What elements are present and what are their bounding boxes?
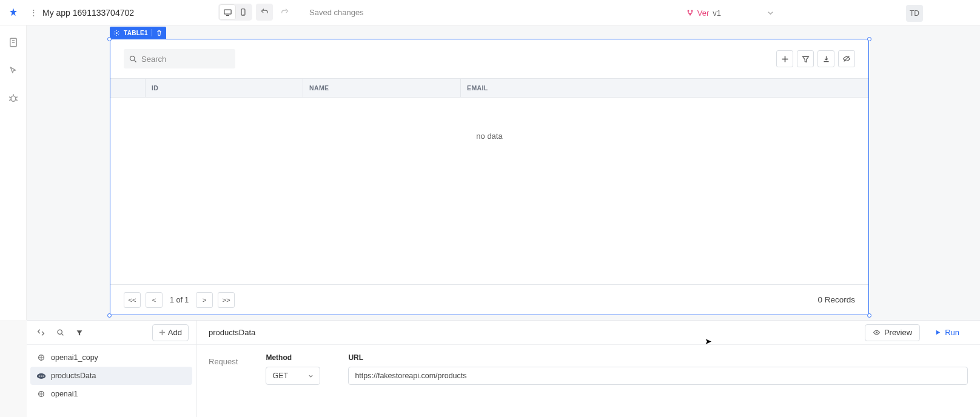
filter-button[interactable]: [797, 50, 814, 67]
table-widget[interactable]: TABLE1: [110, 27, 869, 315]
table-search[interactable]: [124, 49, 235, 68]
query-editor-pane: productsData Preview Run Request: [196, 321, 980, 417]
run-label: Run: [945, 328, 959, 337]
query-editor-body: Request Method GET URL: [196, 345, 980, 417]
table-content: ID NAME EMAIL no data << < 1 of 1 > >> 0…: [110, 39, 868, 315]
url-label: URL: [348, 353, 968, 362]
preview-label: Preview: [884, 328, 912, 337]
search-icon: [129, 55, 138, 64]
openai-icon: [36, 390, 46, 398]
column-header-id[interactable]: ID: [146, 79, 303, 97]
svg-point-28: [39, 375, 40, 376]
svg-point-3: [243, 14, 243, 15]
query-list-pane: Add openai1_copy productsData openai1: [27, 321, 196, 417]
svg-point-16: [116, 32, 118, 34]
svg-line-18: [134, 60, 136, 62]
page-last-button[interactable]: >>: [218, 292, 235, 308]
resize-handle-tr[interactable]: [867, 37, 871, 41]
page-first-button[interactable]: <<: [124, 292, 141, 308]
version-label: Ver: [697, 8, 710, 18]
empty-state-text: no data: [476, 132, 502, 141]
openai-icon: [36, 354, 46, 361]
svg-point-17: [130, 56, 135, 61]
records-count: 0 Records: [817, 295, 855, 304]
resize-handle-br[interactable]: [867, 313, 871, 318]
svg-point-5: [691, 10, 693, 12]
version-value: v1: [713, 8, 721, 18]
query-item-openai1[interactable]: openai1: [30, 385, 192, 403]
query-name-label[interactable]: productsData: [209, 328, 255, 337]
url-field-group: URL: [348, 353, 968, 409]
trash-icon[interactable]: [156, 30, 163, 36]
pages-icon[interactable]: [7, 36, 19, 48]
column-header-name[interactable]: NAME: [303, 79, 461, 97]
collapse-icon[interactable]: [34, 326, 47, 339]
svg-point-10: [11, 96, 16, 101]
table-body-empty: no data: [110, 98, 868, 284]
svg-point-29: [41, 375, 42, 376]
app-title: My app 1691133704702: [42, 8, 134, 18]
app-logo[interactable]: [0, 7, 27, 18]
query-editor-header: productsData Preview Run: [196, 321, 980, 345]
table-header-row: ID NAME EMAIL: [110, 78, 868, 98]
device-toggle-group: [218, 4, 252, 21]
resize-handle-bl[interactable]: [107, 313, 112, 318]
undo-button[interactable]: [256, 4, 273, 21]
query-list-toolbar: Add: [27, 321, 196, 345]
toolbar-center: Saved changes: [218, 4, 364, 21]
app-menu-icon[interactable]: ⋮: [27, 8, 40, 17]
query-search-icon[interactable]: [53, 326, 67, 339]
method-value: GET: [272, 372, 288, 380]
query-actions: Preview Run: [865, 324, 968, 341]
widget-selection-tag[interactable]: TABLE1: [110, 27, 166, 39]
add-button-label: Add: [168, 328, 182, 337]
preview-button[interactable]: Preview: [865, 324, 920, 341]
svg-point-32: [876, 332, 878, 333]
method-field-group: Method GET: [266, 353, 320, 409]
query-list: openai1_copy productsData openai1: [27, 345, 196, 417]
add-row-button[interactable]: [776, 50, 793, 67]
desktop-view-button[interactable]: [220, 5, 235, 19]
query-item-label: openai1: [51, 390, 78, 398]
hide-columns-button[interactable]: [838, 50, 855, 67]
chevron-down-icon: [308, 373, 314, 379]
query-panel: Add openai1_copy productsData openai1: [27, 320, 980, 417]
column-header-email[interactable]: EMAIL: [461, 79, 868, 97]
page-next-button[interactable]: >: [196, 292, 213, 308]
search-input[interactable]: [141, 55, 230, 64]
query-filter-icon[interactable]: [73, 326, 86, 339]
resize-handle-tl[interactable]: [107, 37, 112, 41]
svg-line-12: [9, 97, 11, 98]
table-action-icons: [776, 50, 855, 67]
user-avatar[interactable]: TD: [906, 5, 923, 22]
pagination: << < 1 of 1 > >>: [124, 292, 235, 308]
pointer-icon[interactable]: [7, 64, 19, 76]
page-prev-button[interactable]: <: [146, 292, 163, 308]
chevron-down-icon: [767, 10, 774, 16]
canvas[interactable]: TABLE1: [27, 25, 980, 320]
download-button[interactable]: [817, 50, 834, 67]
query-item-label: productsData: [51, 372, 96, 380]
redo-button[interactable]: [277, 4, 294, 21]
query-item-productsdata[interactable]: productsData: [30, 367, 192, 385]
request-section-label: Request: [209, 353, 238, 409]
eye-icon: [873, 329, 881, 336]
version-selector[interactable]: Ver v1: [686, 0, 774, 25]
query-item-label: openai1_copy: [51, 353, 98, 362]
top-bar: ⋮ My app 1691133704702 Saved changes Ver…: [0, 0, 980, 25]
widget-tag-label: TABLE1: [124, 30, 148, 36]
query-item-openai1-copy[interactable]: openai1_copy: [30, 349, 192, 367]
run-button[interactable]: Run: [926, 324, 968, 341]
url-input[interactable]: [348, 367, 968, 385]
add-query-button[interactable]: Add: [152, 324, 189, 341]
branch-icon: [686, 9, 694, 16]
mobile-view-button[interactable]: [235, 5, 251, 19]
svg-point-30: [42, 375, 44, 376]
svg-line-15: [15, 99, 17, 101]
save-status: Saved changes: [309, 8, 364, 17]
svg-point-22: [58, 330, 62, 334]
play-icon: [935, 329, 941, 336]
debug-icon[interactable]: [7, 92, 19, 104]
table-toolbar: [110, 39, 868, 78]
method-select[interactable]: GET: [266, 367, 320, 385]
